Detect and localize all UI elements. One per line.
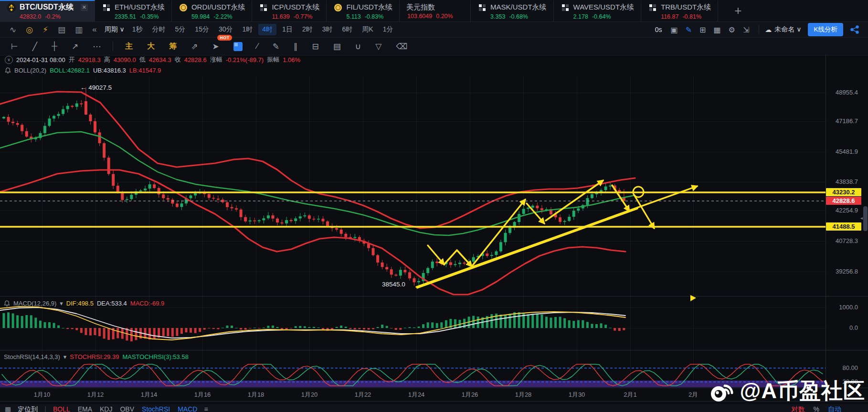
pointer-tool-icon[interactable]: ➤HOT [205, 42, 226, 52]
symbol-tab-5[interactable]: FIL/USDT永续5.113-0.83% [327, 0, 400, 21]
symbol-tab-4[interactable]: ICP/USDT永续11.639-0.77% [252, 0, 327, 21]
tab-last-price: 11.639 [272, 13, 289, 20]
camera-icon[interactable]: ▣ [667, 25, 682, 34]
indicator-toggle-KDJ[interactable]: KDJ [100, 405, 112, 412]
gold-tool-筹[interactable]: 筹 [162, 42, 184, 52]
locate-button[interactable]: 定位到 [18, 405, 38, 412]
ruler-tool-icon[interactable]: ∕ [250, 42, 265, 51]
price-axis-label: 80.00 [827, 364, 858, 371]
period-5分[interactable]: 5分 [171, 24, 190, 35]
boll-info-row: BOLL(20,2) BOLL:42682.1 UB:43816.3 LB:41… [5, 67, 161, 74]
gold-tool-主[interactable]: 主 [118, 42, 140, 52]
rewind-icon[interactable]: « [87, 25, 101, 34]
amplitude-value: 1.06% [283, 56, 300, 63]
tab-symbol-name: WAVES/USDT永续 [573, 3, 635, 12]
period-1时[interactable]: 1时 [239, 24, 257, 35]
kline-chart-icon[interactable]: ∿ [5, 25, 21, 35]
horizontal-line-tool-icon[interactable]: ┼ [44, 42, 64, 51]
log-scale-button[interactable]: 对数 [792, 405, 805, 412]
eraser-tool-icon[interactable]: ⊟ [305, 42, 326, 52]
layout-icon[interactable]: ▥ [70, 25, 87, 35]
collapse-chevron-icon[interactable]: ∨ [5, 56, 13, 64]
period-1日[interactable]: 1日 [278, 24, 296, 35]
indicator-toggle-MACD[interactable]: MACD [178, 405, 197, 412]
locate-icon: ▦ [5, 405, 11, 412]
period-30分[interactable]: 30分 [215, 24, 237, 35]
symbol-tab-1[interactable]: BTC/USDT永续✕42832.0-0.2% [0, 0, 95, 21]
add-symbol-button[interactable]: + [734, 3, 741, 18]
close-tab-icon[interactable]: ✕ [81, 4, 88, 11]
more-tools-icon[interactable]: ⋯ [85, 42, 108, 52]
fullscreen-icon[interactable]: ⇲ [739, 25, 753, 34]
indicator-toggle-EMA[interactable]: EMA [78, 405, 92, 412]
tab-change-percent: -0.83% [365, 13, 384, 20]
alert-bell-icon[interactable] [5, 67, 11, 74]
symbol-tab-8[interactable]: WAVES/USDT永续2.178-0.64% [554, 0, 642, 21]
date-axis-label: 1月20 [301, 391, 318, 399]
close-label: 收 [175, 55, 181, 64]
stochrsi-caret-icon[interactable]: ▾ [64, 353, 67, 360]
trading-app-window: 48955.447186.745481.943838.742254.940728… [0, 0, 868, 412]
alert-bell-icon[interactable] [4, 300, 10, 307]
open-value: 42918.3 [78, 56, 101, 63]
gold-tool-大[interactable]: 大 [140, 42, 162, 52]
price-axis-label: 0.0 [827, 324, 858, 331]
date-axis-label: 1月28 [515, 391, 532, 399]
workspace-selector[interactable]: ☁ 未命名 ∨ [765, 25, 801, 34]
image-export-icon[interactable]: ▦ [709, 25, 724, 34]
period-menu[interactable]: 周期 ∨ [105, 25, 125, 34]
period-2时[interactable]: 2时 [298, 24, 317, 35]
trash-tool-icon[interactable]: ⌫ [389, 42, 414, 52]
period-1秒[interactable]: 1秒 [128, 24, 147, 35]
flash-icon[interactable]: ⚡ [38, 25, 53, 35]
share-icon[interactable] [850, 25, 859, 34]
macd-title[interactable]: MACD(12,26,9) [13, 300, 56, 307]
indicator-toggle-OBV[interactable]: OBV [120, 405, 134, 412]
period-3时[interactable]: 3时 [318, 24, 337, 35]
trend-line-tool-icon[interactable]: ╱ [25, 42, 44, 52]
period-周K[interactable]: 周K [358, 24, 377, 35]
active-drawing-tool-icon[interactable] [233, 42, 243, 51]
indicator-toggle-StochRSI[interactable]: StochRSI [142, 405, 170, 412]
period-6时[interactable]: 6时 [339, 24, 357, 35]
measure-tool-icon[interactable]: ⊢ [4, 42, 25, 52]
note-tool-icon[interactable]: ▤ [326, 42, 348, 52]
badge-icon[interactable]: ◎ [21, 25, 38, 35]
period-分时[interactable]: 分时 [148, 24, 169, 35]
symbol-tab-7[interactable]: MASK/USDT永续3.353-0.68% [471, 0, 554, 21]
kline-analysis-button[interactable]: K线分析 [808, 23, 843, 36]
swing-high-label: ← 49027.5 [80, 84, 112, 91]
brush-tool-icon[interactable]: ✎ [265, 42, 286, 52]
filter-tool-icon[interactable]: ▽ [368, 42, 389, 52]
price-axis-label: 40728.3 [827, 237, 858, 244]
price-axis-label: 47186.7 [827, 117, 858, 125]
indicator-toggle-BOLL[interactable]: BOLL [53, 405, 70, 412]
period-15分[interactable]: 15分 [191, 24, 213, 35]
auto-scale-button[interactable]: 自动 [828, 405, 841, 412]
period-1分[interactable]: 1分 [379, 24, 397, 35]
symbol-tab-3[interactable]: ORDI/USDT永续59.984-2.22% [172, 0, 253, 21]
period-buttons: 1秒分时5分15分30分1时4时1日2时3时6时周K1分 [128, 24, 397, 35]
settings-gear-icon[interactable]: ⚙ [725, 25, 739, 34]
date-axis-label: 1月30 [569, 391, 585, 399]
symbol-tab-2[interactable]: ETH/USDT永续2335.51-0.35% [95, 0, 172, 21]
price-axis-scrollbar[interactable] [863, 206, 868, 231]
calendar-icon[interactable]: ▤ [53, 25, 70, 35]
macd-dif-value: DIF:498.5 [66, 300, 94, 307]
pencil-icon[interactable]: ✎ [682, 25, 696, 34]
pattern-tool-icon[interactable]: ∥ [286, 42, 305, 52]
symbol-tab-6[interactable]: 美元指数103.60490.20% [400, 0, 471, 21]
frame-capture-icon[interactable]: ⊞ [696, 25, 709, 34]
magnet-tool-icon[interactable]: ∪ [348, 42, 368, 52]
macd-caret-icon[interactable]: ▾ [60, 300, 63, 307]
boll-title[interactable]: BOLL(20,2) [14, 67, 46, 74]
stochrsi-title[interactable]: StochRSI(14,14,3,3) [4, 353, 60, 360]
indicator-menu-icon[interactable]: ≡ [204, 405, 208, 412]
date-axis-label: 1月26 [462, 391, 478, 399]
period-4时[interactable]: 4时 [258, 24, 276, 35]
date-axis-label: 1月24 [408, 391, 425, 399]
symbol-tab-9[interactable]: TRB/USDT永续116.87-0.81% [641, 0, 718, 21]
arrow-line-tool-icon[interactable]: ↗ [64, 42, 85, 52]
export-drawing-icon[interactable]: ⇗ [184, 42, 205, 52]
percent-scale-button[interactable]: % [814, 405, 819, 412]
